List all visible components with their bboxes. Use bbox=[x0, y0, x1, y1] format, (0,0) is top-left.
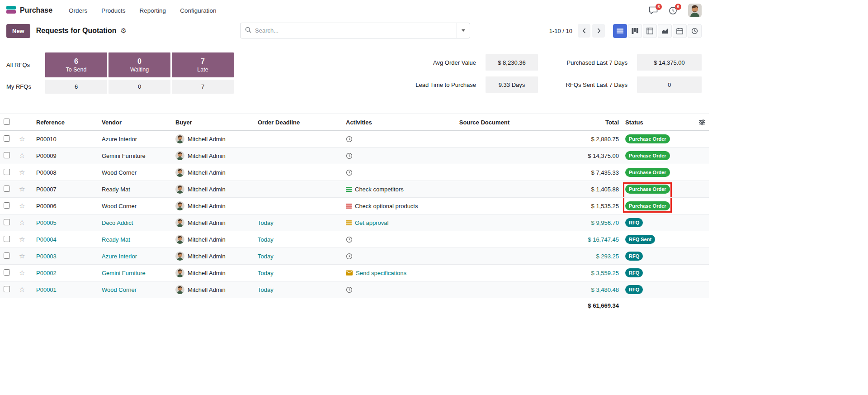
row-checkbox[interactable] bbox=[4, 135, 10, 142]
pager-value[interactable]: 1-10 / 10 bbox=[549, 28, 572, 34]
reference-cell: P00004 bbox=[36, 236, 57, 243]
table-row[interactable]: ☆ P00010 Azure Interior Mitchell Admin $… bbox=[0, 131, 709, 148]
activity-view-button[interactable] bbox=[688, 24, 702, 38]
graph-view-button[interactable] bbox=[658, 24, 672, 38]
rfqs-sent-last-7-days: 0 bbox=[637, 76, 702, 93]
favorite-star-icon[interactable]: ☆ bbox=[19, 286, 25, 293]
buyer-cell: Mitchell Admin bbox=[175, 252, 250, 261]
activity-cell[interactable]: Send specifications bbox=[346, 270, 421, 276]
app-name: Purchase bbox=[20, 6, 52, 14]
favorite-star-icon[interactable]: ☆ bbox=[19, 219, 25, 226]
menu-reporting[interactable]: Reporting bbox=[139, 5, 167, 16]
new-button[interactable]: New bbox=[6, 24, 30, 38]
activities-icon[interactable]: 5 bbox=[669, 6, 677, 15]
table-row[interactable]: ☆ P00009 Gemini Furniture Mitchell Admin… bbox=[0, 148, 709, 164]
row-checkbox[interactable] bbox=[4, 152, 10, 158]
optional-columns-icon[interactable] bbox=[679, 119, 705, 126]
search-input[interactable] bbox=[255, 27, 452, 34]
favorite-star-icon[interactable]: ☆ bbox=[19, 135, 25, 143]
row-checkbox[interactable] bbox=[4, 186, 10, 192]
table-row[interactable]: ☆ P00002 Gemini Furniture Mitchell Admin… bbox=[0, 265, 709, 281]
menu-configuration[interactable]: Configuration bbox=[179, 5, 217, 16]
total-cell: $ 9,956.70 bbox=[591, 219, 619, 226]
table-row[interactable]: ☆ P00005 Deco Addict Mitchell Admin Toda… bbox=[0, 214, 709, 231]
favorite-star-icon[interactable]: ☆ bbox=[19, 202, 25, 209]
favorite-star-icon[interactable]: ☆ bbox=[19, 168, 25, 176]
activity-label: Check optional products bbox=[355, 203, 418, 209]
my-to-send-count[interactable]: 6 bbox=[45, 80, 107, 94]
row-checkbox[interactable] bbox=[4, 202, 10, 209]
vendor-cell: Gemini Furniture bbox=[102, 152, 146, 159]
buyer-cell: Mitchell Admin bbox=[175, 268, 250, 277]
tile-to-send[interactable]: 6 To Send bbox=[45, 52, 107, 77]
buyer-avatar bbox=[175, 252, 184, 261]
calendar-view-button[interactable] bbox=[673, 24, 687, 38]
row-checkbox[interactable] bbox=[4, 252, 10, 259]
header-reference[interactable]: Reference bbox=[33, 114, 98, 131]
header-activities[interactable]: Activities bbox=[342, 114, 425, 131]
messages-icon[interactable]: 5 bbox=[649, 6, 658, 14]
activity-cell[interactable] bbox=[346, 136, 421, 143]
pivot-view-button[interactable] bbox=[643, 24, 657, 38]
activity-cell[interactable] bbox=[346, 253, 421, 260]
header-source-document[interactable]: Source Document bbox=[425, 114, 513, 131]
row-checkbox[interactable] bbox=[4, 269, 10, 276]
avg-order-value-label: Avg Order Value bbox=[408, 59, 476, 66]
action-gear-icon[interactable]: ⚙ bbox=[121, 27, 127, 35]
my-late-count[interactable]: 7 bbox=[172, 80, 234, 94]
activity-cell[interactable]: Check competitors bbox=[346, 186, 421, 193]
tasks-icon bbox=[346, 186, 352, 192]
table-row[interactable]: ☆ P00001 Wood Corner Mitchell Admin Toda… bbox=[0, 281, 709, 298]
kanban-view-button[interactable] bbox=[628, 24, 642, 38]
favorite-star-icon[interactable]: ☆ bbox=[19, 152, 25, 159]
activity-cell[interactable] bbox=[346, 152, 421, 159]
tile-late[interactable]: 7 Late bbox=[172, 52, 234, 77]
favorite-star-icon[interactable]: ☆ bbox=[19, 185, 25, 193]
menu-products[interactable]: Products bbox=[100, 5, 126, 16]
lead-time-value: 9.33 Days bbox=[486, 76, 538, 93]
favorite-star-icon[interactable]: ☆ bbox=[19, 269, 25, 276]
table-row[interactable]: ☆ P00006 Wood Corner Mitchell Admin Chec… bbox=[0, 198, 709, 214]
app-switcher[interactable]: Purchase bbox=[6, 6, 52, 15]
source-document-cell bbox=[425, 231, 513, 248]
table-row[interactable]: ☆ P00007 Ready Mat Mitchell Admin Check … bbox=[0, 181, 709, 198]
activity-cell[interactable]: Check optional products bbox=[346, 203, 421, 209]
favorite-star-icon[interactable]: ☆ bbox=[19, 252, 25, 260]
row-checkbox[interactable] bbox=[4, 236, 10, 242]
select-all-checkbox[interactable] bbox=[4, 119, 10, 125]
menu-orders[interactable]: Orders bbox=[68, 5, 88, 16]
tile-waiting[interactable]: 0 Waiting bbox=[108, 52, 170, 77]
header-status[interactable]: Status bbox=[623, 114, 675, 131]
favorite-star-icon[interactable]: ☆ bbox=[19, 235, 25, 243]
row-checkbox[interactable] bbox=[4, 286, 10, 292]
activity-cell[interactable] bbox=[346, 286, 421, 293]
clock-icon bbox=[691, 28, 698, 34]
purchase-app: Purchase Orders Products Reporting Confi… bbox=[0, 0, 709, 314]
pager-next-button[interactable] bbox=[592, 24, 605, 38]
reference-cell: P00010 bbox=[36, 136, 57, 143]
list-view-button[interactable] bbox=[613, 24, 627, 38]
order-deadline-cell: Today bbox=[258, 270, 274, 276]
table-row[interactable]: ☆ P00004 Ready Mat Mitchell Admin Today … bbox=[0, 231, 709, 248]
row-checkbox[interactable] bbox=[4, 169, 10, 175]
status-badge: Purchase Order bbox=[625, 185, 670, 194]
pager-previous-button[interactable] bbox=[578, 24, 590, 38]
activity-cell[interactable] bbox=[346, 236, 421, 243]
my-waiting-count[interactable]: 0 bbox=[108, 80, 170, 94]
user-avatar[interactable] bbox=[688, 4, 702, 17]
activity-cell[interactable] bbox=[346, 169, 421, 176]
header-total[interactable]: Total bbox=[513, 114, 623, 131]
table-row[interactable]: ☆ P00003 Azure Interior Mitchell Admin T… bbox=[0, 248, 709, 265]
reference-cell: P00007 bbox=[36, 186, 57, 193]
search-dropdown-toggle[interactable] bbox=[457, 23, 470, 38]
table-row[interactable]: ☆ P00008 Wood Corner Mitchell Admin $ 7,… bbox=[0, 164, 709, 181]
row-checkbox[interactable] bbox=[4, 219, 10, 225]
header-vendor[interactable]: Vendor bbox=[98, 114, 172, 131]
buyer-cell: Mitchell Admin bbox=[175, 285, 250, 294]
list-icon bbox=[617, 28, 623, 34]
header-buyer[interactable]: Buyer bbox=[172, 114, 254, 131]
header-order-deadline[interactable]: Order Deadline bbox=[254, 114, 342, 131]
activity-cell[interactable]: Get approval bbox=[346, 219, 421, 226]
buyer-name: Mitchell Admin bbox=[188, 186, 226, 193]
order-deadline-cell: Today bbox=[258, 219, 274, 226]
